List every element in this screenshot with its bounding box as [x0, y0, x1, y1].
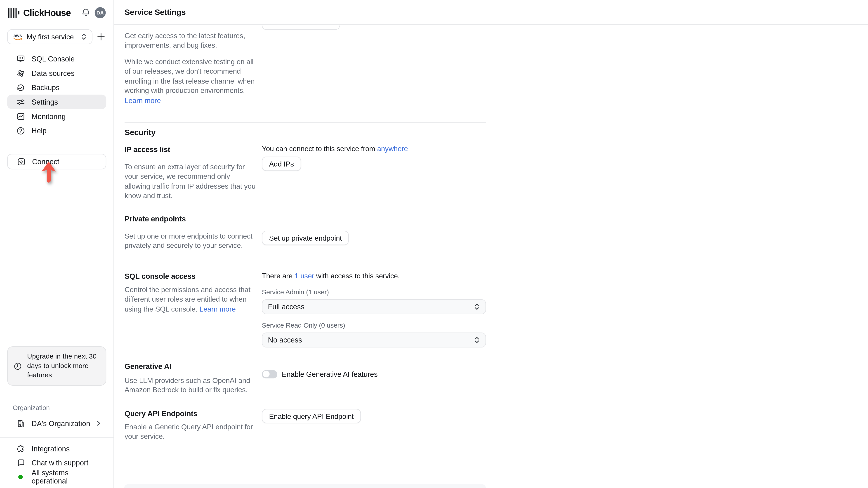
next-section-box-partial — [124, 484, 486, 488]
generative-ai-toggle[interactable] — [262, 370, 277, 378]
sidebar-item-data-sources[interactable]: Data sources — [7, 66, 106, 80]
query-api-description: Enable a Generic Query API endpoint for … — [125, 422, 256, 442]
system-status[interactable]: All systems operational — [7, 470, 106, 484]
sql-console-access-title: SQL console access — [125, 272, 195, 281]
connect-wrap: Connect — [0, 154, 114, 169]
learn-more-link[interactable]: Learn more — [125, 96, 161, 104]
query-api-title: Query API Endpoints — [125, 410, 197, 418]
sidebar: ClickHouse DA aws My first service — [0, 0, 114, 488]
upgrade-note: Upgrade in the next 30 days to unlock mo… — [27, 352, 100, 380]
sidebar-item-label: Data sources — [32, 69, 74, 77]
page-title: Service Settings — [125, 8, 186, 17]
sidebar-item-chat-support[interactable]: Chat with support — [7, 456, 106, 470]
private-endpoints-description: Set up one or more endpoints to connect … — [125, 231, 256, 251]
backups-icon — [17, 84, 25, 92]
sidebar-item-backups[interactable]: Backups — [7, 80, 106, 95]
security-section-title: Security — [125, 128, 156, 137]
puzzle-icon — [17, 445, 25, 453]
chat-icon — [17, 459, 25, 467]
sidebar-item-label: Chat with support — [32, 459, 88, 467]
settings-icon — [17, 98, 25, 106]
private-endpoints-title: Private endpoints — [125, 215, 186, 223]
clickhouse-logo-icon — [8, 7, 19, 18]
sql-access-description: Control the permissions and access that … — [125, 285, 256, 314]
status-label: All systems operational — [32, 468, 106, 485]
enable-query-api-button[interactable]: Enable query API Endpoint — [262, 409, 361, 423]
sql-access-summary-suffix: with access to this service. — [314, 271, 400, 280]
service-row: aws My first service — [0, 29, 114, 44]
sidebar-item-label: SQL Console — [32, 55, 75, 63]
data-sources-icon — [17, 69, 25, 77]
learn-more-link-2[interactable]: Learn more — [199, 305, 236, 313]
organization-name: DA's Organization — [32, 419, 90, 427]
generative-ai-title: Generative AI — [125, 362, 171, 371]
sidebar-nav: SQL Console Data sources — [0, 52, 114, 138]
setup-private-endpoint-button[interactable]: Set up private endpoint — [262, 231, 349, 245]
sidebar-item-settings[interactable]: Settings — [7, 95, 106, 109]
sidebar-item-label: Backups — [32, 84, 60, 92]
service-selector-label: My first service — [27, 33, 81, 41]
sidebar-item-integrations[interactable]: Integrations — [7, 442, 106, 456]
service-readonly-label: Service Read Only (0 users) — [262, 322, 345, 329]
ip-access-status: You can connect to this service from any… — [262, 144, 408, 153]
logo-row: ClickHouse DA — [0, 0, 114, 26]
sidebar-item-sql-console[interactable]: SQL Console — [7, 52, 106, 66]
organization-row[interactable]: DA's Organization — [7, 416, 106, 431]
release-channel-paragraph-2: While we conduct extensive testing on al… — [125, 57, 256, 105]
chevron-updown-icon — [474, 336, 480, 344]
chevron-right-icon — [96, 420, 101, 426]
connect-icon — [17, 158, 26, 166]
release-channel-select-partial[interactable] — [262, 26, 340, 30]
sql-console-icon — [17, 55, 25, 63]
service-readonly-select-value: No access — [268, 336, 302, 344]
release-channel-text: While we conduct extensive testing on al… — [125, 58, 255, 95]
sidebar-item-label: Monitoring — [32, 112, 66, 121]
service-selector[interactable]: aws My first service — [7, 29, 92, 44]
chevron-updown-icon — [474, 303, 480, 311]
clickhouse-app: ClickHouse DA aws My first service — [0, 0, 868, 488]
service-admin-select-value: Full access — [268, 303, 305, 311]
sidebar-footer: Integrations Chat with support All syste… — [0, 437, 114, 488]
service-admin-label: Service Admin (1 user) — [262, 288, 329, 296]
anywhere-link[interactable]: anywhere — [377, 144, 408, 153]
connect-button[interactable]: Connect — [7, 154, 106, 169]
sidebar-item-monitoring[interactable]: Monitoring — [7, 109, 106, 123]
sql-access-summary-prefix: There are — [262, 271, 294, 280]
generative-ai-toggle-label: Enable Generative AI features — [282, 370, 378, 379]
user-avatar[interactable]: DA — [95, 7, 106, 18]
ip-access-list-title: IP access list — [125, 145, 170, 154]
section-divider — [125, 122, 486, 123]
organization-section-label: Organization — [0, 404, 114, 412]
sidebar-item-label: Integrations — [32, 445, 70, 453]
monitoring-icon — [17, 112, 25, 121]
page-header: Service Settings — [114, 0, 868, 25]
status-dot-green-icon — [18, 475, 23, 479]
service-readonly-select[interactable]: No access — [262, 332, 486, 348]
help-icon — [17, 127, 25, 135]
sidebar-item-label: Help — [32, 127, 46, 135]
service-admin-select[interactable]: Full access — [262, 299, 486, 314]
ip-access-description: To ensure an extra layer of security for… — [125, 162, 256, 201]
aws-logo-icon: aws — [13, 33, 23, 40]
add-ips-button[interactable]: Add IPs — [262, 157, 301, 171]
add-service-button[interactable] — [95, 31, 106, 42]
app-title: ClickHouse — [23, 7, 81, 18]
generative-ai-description: Use LLM providers such as OpenAI and Ama… — [125, 376, 256, 395]
annotation-arrow-up — [41, 161, 57, 184]
ip-access-status-text: You can connect to this service from — [262, 144, 377, 153]
one-user-link[interactable]: 1 user — [294, 271, 314, 280]
clock-icon — [14, 362, 22, 370]
main-content: Service Settings Get early access to the… — [114, 0, 868, 488]
upgrade-banner[interactable]: Upgrade in the next 30 days to unlock mo… — [7, 347, 106, 386]
sql-access-summary: There are 1 user with access to this ser… — [262, 271, 400, 280]
release-channel-paragraph-1: Get early access to the latest features,… — [125, 31, 256, 50]
toggle-knob — [263, 371, 269, 377]
sidebar-item-help[interactable]: Help — [7, 123, 106, 138]
notifications-bell-icon[interactable] — [81, 8, 90, 17]
building-icon — [17, 419, 25, 427]
chevron-updown-icon — [81, 33, 87, 40]
sidebar-item-label: Settings — [32, 98, 58, 106]
